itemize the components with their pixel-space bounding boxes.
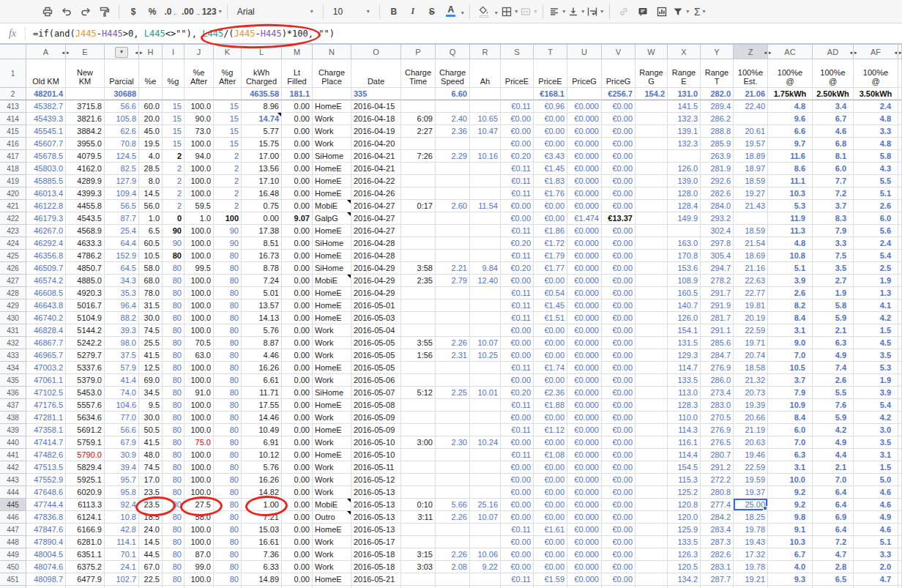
cell[interactable]: 22.5 (139, 573, 163, 586)
cell[interactable]: 95.8 (105, 486, 139, 499)
cell[interactable]: 0.00 (282, 461, 313, 474)
cell[interactable]: 80 (214, 399, 242, 412)
font-size-select[interactable]: 10▾ (329, 3, 374, 21)
cell[interactable]: 2 (163, 200, 184, 212)
cell[interactable]: 0.00 (282, 250, 313, 262)
cell[interactable]: 128.4 (668, 200, 701, 212)
cell[interactable]: 0.00 (282, 312, 313, 324)
cell[interactable]: 2016-04-20 (351, 138, 401, 150)
cell[interactable]: 6.3 (768, 449, 813, 461)
cell[interactable]: 2016-04-29 (351, 262, 401, 275)
cell[interactable] (436, 187, 470, 200)
cell[interactable]: 283.1 (701, 561, 734, 573)
cell[interactable]: 6.5 (139, 225, 163, 237)
cell[interactable]: €0.00 (534, 324, 567, 337)
cell[interactable]: 2 (163, 175, 184, 187)
cell[interactable]: 16.73 (242, 250, 282, 262)
column-letter-A[interactable]: A◂ (26, 45, 66, 59)
cell[interactable]: 0.00 (282, 486, 313, 499)
column-letter-L[interactable]: L (242, 45, 282, 59)
cell[interactable]: 25.16 (470, 499, 501, 511)
row-number[interactable]: 447 (0, 524, 26, 536)
cell[interactable]: 25.00 (734, 499, 768, 511)
cell[interactable]: 17.00 (242, 150, 282, 163)
cell[interactable]: 2016-04-27 (351, 200, 401, 212)
cell[interactable]: 80 (214, 374, 242, 387)
header-cell[interactable]: Charge Time (401, 59, 436, 88)
cell[interactable]: 0.00 (282, 536, 313, 548)
cell[interactable]: 2016-05-17 (351, 536, 401, 548)
cell[interactable]: 14.82 (242, 486, 282, 499)
cell[interactable]: 4.3 (854, 163, 898, 175)
cell[interactable]: 80 (163, 324, 184, 337)
header-cell[interactable]: Range T (701, 59, 734, 88)
cell[interactable]: €0.000 (567, 113, 602, 125)
cell[interactable]: 100 (214, 212, 242, 225)
cell[interactable]: 17.55 (242, 399, 282, 412)
cell[interactable]: 4.6 (854, 499, 898, 511)
cell[interactable]: 20.63 (734, 436, 768, 449)
cell[interactable]: 0.00 (282, 399, 313, 412)
cell[interactable]: 13.57 (242, 299, 282, 312)
cell[interactable]: 100.0 (184, 187, 214, 200)
cell[interactable]: 16.26 (242, 362, 282, 374)
cell[interactable]: 47513.5 (26, 461, 66, 474)
cell[interactable]: 6.8 (813, 138, 854, 150)
cell[interactable]: 9.8 (768, 511, 813, 524)
cell[interactable]: €0.000 (567, 150, 602, 163)
cell[interactable]: 46356.8 (26, 250, 66, 262)
cell[interactable]: €0.11 (501, 250, 534, 262)
column-letter-P[interactable]: P (401, 45, 436, 59)
cell[interactable]: 47890.4 (26, 536, 66, 548)
cell[interactable]: 100.0 (184, 399, 214, 412)
cell[interactable]: 27.5 (184, 499, 214, 511)
cell[interactable] (636, 511, 668, 524)
cell[interactable]: 12.40 (470, 275, 501, 287)
cell[interactable]: 47281.1 (26, 412, 66, 424)
cell[interactable]: €0.00 (602, 486, 636, 499)
cell[interactable]: 2.8 (813, 561, 854, 573)
cell[interactable]: 2 (214, 150, 242, 163)
cell[interactable]: €0.000 (567, 474, 602, 486)
cell[interactable]: 64.4 (105, 237, 139, 250)
cell[interactable]: 132.3 (668, 113, 701, 125)
cell[interactable]: €1.474 (567, 212, 602, 225)
cell[interactable] (636, 362, 668, 374)
cell[interactable]: €0.000 (567, 312, 602, 324)
cell[interactable]: 56.0 (139, 200, 163, 212)
header-cell[interactable]: Lt Filled (282, 59, 313, 88)
text-color-button[interactable]: A▾ (442, 3, 460, 21)
cell[interactable]: 4.5 (854, 337, 898, 349)
cell[interactable]: 15 (214, 113, 242, 125)
cell[interactable]: 110.0 (668, 412, 701, 424)
cell[interactable]: 18.69 (734, 250, 768, 262)
cell[interactable]: SiHome (313, 237, 351, 250)
cell[interactable]: €0.00 (501, 125, 534, 138)
cell[interactable]: €0.11 (501, 312, 534, 324)
cell[interactable]: 80 (214, 499, 242, 511)
cell[interactable]: 22.63 (734, 275, 768, 287)
cell[interactable] (436, 250, 470, 262)
cell[interactable]: 2.5 (854, 262, 898, 275)
cell[interactable]: 80 (163, 387, 184, 399)
cell[interactable]: 10.65 (470, 113, 501, 125)
insert-link-button[interactable] (615, 3, 633, 21)
borders-button[interactable]: ▾ (501, 3, 518, 21)
cell[interactable]: 5.3 (768, 200, 813, 212)
cell[interactable]: 5.9 (813, 412, 854, 424)
cell[interactable] (636, 312, 668, 324)
cell[interactable]: 8.51 (242, 237, 282, 250)
cell[interactable]: 80 (163, 287, 184, 299)
cell[interactable]: 21.32 (734, 374, 768, 387)
cell[interactable]: 0.00 (282, 511, 313, 524)
currency-format-button[interactable]: $ (124, 3, 142, 21)
cell[interactable]: €0.000 (567, 200, 602, 212)
cell[interactable] (436, 225, 470, 237)
cell[interactable]: 2016-05-04 (351, 324, 401, 337)
cell[interactable] (401, 399, 436, 412)
cell[interactable] (636, 324, 668, 337)
cell[interactable]: SiHome (313, 262, 351, 275)
cell[interactable]: Work (313, 337, 351, 349)
cell[interactable]: €0.00 (501, 461, 534, 474)
cell[interactable]: 125.2 (668, 486, 701, 499)
